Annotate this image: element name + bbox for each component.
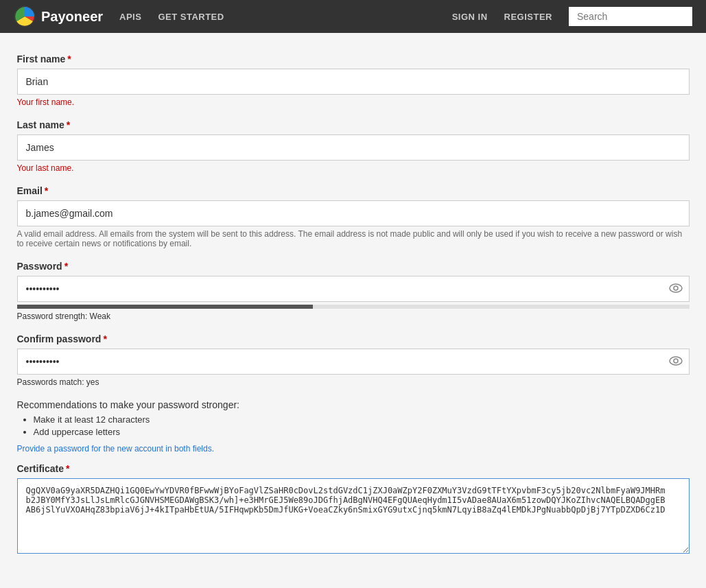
- last-name-hint: Your last name.: [17, 163, 690, 173]
- password-strength-bar: [17, 305, 313, 309]
- email-label: Email*: [17, 185, 690, 196]
- first-name-label: First name*: [17, 54, 690, 64]
- confirm-password-label: Confirm password*: [17, 333, 690, 344]
- recommendation-item: Make it at least 12 characters: [34, 414, 690, 425]
- confirm-password-input[interactable]: [17, 349, 690, 375]
- email-hint: A valid email address. All emails from t…: [17, 229, 690, 248]
- password-toggle-button[interactable]: [669, 283, 683, 295]
- last-name-input[interactable]: [17, 134, 690, 161]
- recommendations-list: Make it at least 12 characters Add upper…: [34, 414, 690, 437]
- first-name-input[interactable]: [17, 69, 690, 95]
- payoneer-logo-icon: [14, 5, 36, 27]
- password-strength-text: Password strength: Weak: [17, 311, 690, 321]
- nav-apis[interactable]: APIS: [119, 12, 141, 22]
- logo-text: Payoneer: [41, 9, 103, 25]
- navbar: Payoneer APIS GET STARTED SIGN IN REGIST…: [0, 0, 706, 33]
- eye-icon: [669, 283, 683, 293]
- svg-point-1: [670, 284, 682, 292]
- passwords-match-text: Passwords match: yes: [17, 377, 690, 387]
- password-input[interactable]: [17, 276, 690, 302]
- confirm-password-wrapper: [17, 349, 690, 375]
- certificate-input[interactable]: QgQXV0aG9yaXR5DAZHQi1GQ0EwYwYDVR0fBFwwWj…: [17, 478, 690, 554]
- logo-link[interactable]: Payoneer: [14, 5, 103, 27]
- password-group: Password* Password strength: Weak: [17, 261, 690, 321]
- eye-icon-confirm: [669, 356, 683, 366]
- password-strength-bar-wrap: [17, 305, 690, 309]
- nav-sign-in[interactable]: SIGN IN: [452, 12, 488, 22]
- nav-register[interactable]: REGISTER: [504, 12, 552, 22]
- nav-get-started[interactable]: GET STARTED: [158, 12, 224, 22]
- first-name-group: First name* Your first name.: [17, 54, 690, 107]
- svg-point-4: [674, 359, 678, 363]
- recommendation-item: Add uppercase letters: [34, 427, 690, 437]
- confirm-password-group: Confirm password* Passwords match: yes: [17, 333, 690, 387]
- email-input[interactable]: [17, 200, 690, 226]
- email-group: Email* A valid email address. All emails…: [17, 185, 690, 248]
- last-name-group: Last name* Your last name.: [17, 119, 690, 173]
- password-label: Password*: [17, 261, 690, 272]
- svg-point-3: [670, 357, 682, 365]
- recommendations-section: Recommendations to make your password st…: [17, 399, 690, 437]
- first-name-hint: Your first name.: [17, 97, 690, 107]
- confirm-password-toggle-button[interactable]: [669, 355, 683, 368]
- svg-point-2: [674, 286, 678, 290]
- last-name-label: Last name*: [17, 119, 690, 130]
- search-input[interactable]: [569, 7, 692, 26]
- recommendations-title: Recommendations to make your password st…: [17, 399, 690, 410]
- password-wrapper: [17, 276, 690, 302]
- provide-hint: Provide a password for the new account i…: [17, 444, 690, 454]
- certificate-group: Certificate* QgQXV0aG9yaXR5DAZHQi1GQ0EwY…: [17, 463, 690, 556]
- main-content: First name* Your first name. Last name* …: [3, 33, 703, 588]
- certificate-label: Certificate*: [17, 463, 690, 474]
